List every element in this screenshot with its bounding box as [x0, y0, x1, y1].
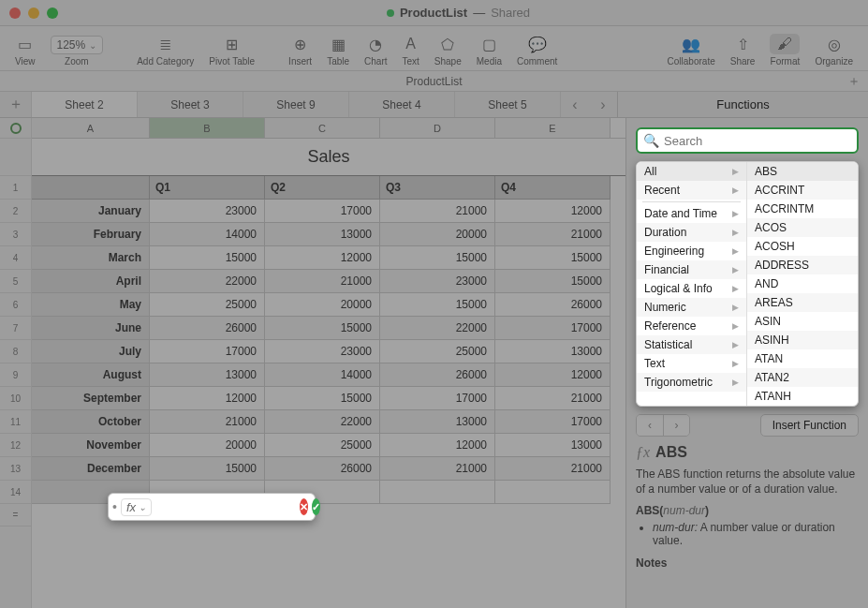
data-cell[interactable]: 17000 — [495, 410, 611, 434]
data-cell[interactable]: 21000 — [265, 270, 380, 293]
zoom-control[interactable]: 125%⌄ Zoom — [43, 36, 111, 67]
data-cell[interactable]: 26000 — [150, 317, 265, 340]
table-header-cell[interactable]: Q4 — [495, 176, 611, 200]
data-cell[interactable]: 15000 — [265, 317, 380, 340]
function-list-item[interactable]: ADDRESS — [747, 256, 858, 274]
data-cell[interactable]: 13000 — [495, 340, 611, 363]
row-label-cell[interactable]: May — [32, 293, 150, 317]
function-category-item[interactable]: Date and Time▶ — [637, 204, 746, 223]
formula-input[interactable] — [155, 497, 296, 516]
view-button[interactable]: ▭View — [7, 34, 43, 67]
table-header-cell[interactable]: Q1 — [150, 176, 265, 200]
row-header[interactable]: 10 — [0, 387, 31, 410]
select-all-handle[interactable] — [0, 118, 31, 139]
comment-button[interactable]: 💬Comment — [509, 34, 565, 67]
row-header[interactable]: 12 — [0, 434, 31, 457]
function-categories-list[interactable]: All▶Recent▶Date and Time▶Duration▶Engine… — [637, 162, 747, 406]
collaborate-button[interactable]: 👥Collaborate — [660, 34, 723, 67]
data-cell[interactable]: 12000 — [265, 246, 380, 270]
media-button[interactable]: ▢Media — [469, 34, 509, 67]
formula-accept-button[interactable]: ✓ — [312, 498, 320, 515]
text-button[interactable]: AText — [394, 34, 426, 67]
function-category-item[interactable]: Statistical▶ — [637, 335, 746, 354]
row-header[interactable]: 14 — [0, 481, 31, 504]
data-cell[interactable] — [380, 481, 495, 504]
row-header[interactable]: 3 — [0, 223, 31, 246]
row-label-cell[interactable]: September — [32, 387, 150, 410]
zoom-window-button[interactable] — [47, 7, 58, 19]
data-cell[interactable]: 22000 — [380, 317, 495, 340]
data-cell[interactable]: 15000 — [495, 246, 611, 270]
data-cell[interactable]: 21000 — [150, 410, 265, 434]
data-cell[interactable]: 12000 — [495, 363, 611, 387]
function-category-item[interactable]: All▶ — [637, 162, 746, 181]
data-cell[interactable]: 17000 — [380, 387, 495, 410]
data-cell[interactable]: 25000 — [380, 340, 495, 363]
column-header[interactable]: C — [265, 118, 380, 138]
share-button[interactable]: ⇧Share — [723, 34, 763, 67]
row-header[interactable]: 1 — [0, 176, 31, 200]
fx-menu-button[interactable]: fx⌄ — [121, 498, 152, 516]
data-cell[interactable]: 15000 — [265, 387, 380, 410]
function-back-button[interactable]: ‹ — [637, 415, 663, 436]
row-label-cell[interactable]: July — [32, 340, 150, 363]
shape-button[interactable]: ⬠Shape — [427, 34, 469, 67]
data-cell[interactable]: 26000 — [380, 363, 495, 387]
function-list-item[interactable]: ACOS — [747, 218, 858, 237]
formula-cancel-button[interactable]: ✕ — [300, 498, 308, 515]
function-list-item[interactable]: ASIN — [747, 312, 858, 331]
row-header[interactable]: 8 — [0, 340, 31, 363]
function-list-item[interactable]: ASINH — [747, 331, 858, 349]
chart-button[interactable]: ◔Chart — [357, 34, 394, 67]
data-cell[interactable]: 26000 — [495, 293, 611, 317]
row-label-cell[interactable]: December — [32, 457, 150, 481]
data-cell[interactable]: 15000 — [380, 293, 495, 317]
function-category-item[interactable]: Reference▶ — [637, 317, 746, 335]
function-list-item[interactable]: ATANH — [747, 387, 858, 406]
row-label-cell[interactable]: August — [32, 363, 150, 387]
data-cell[interactable]: 12000 — [150, 387, 265, 410]
row-header[interactable]: 4 — [0, 246, 31, 270]
function-search-input[interactable] — [636, 127, 859, 154]
close-window-button[interactable] — [9, 7, 21, 19]
function-category-item[interactable]: Trigonometric▶ — [637, 373, 746, 392]
row-header[interactable]: = — [0, 504, 31, 526]
row-header[interactable]: 11 — [0, 410, 31, 434]
function-list-item[interactable]: ATAN2 — [747, 368, 858, 387]
row-label-cell[interactable]: January — [32, 200, 150, 223]
table-button[interactable]: ▦Table — [319, 34, 357, 67]
function-list-item[interactable]: AREAS — [747, 293, 858, 312]
row-header[interactable]: 5 — [0, 270, 31, 293]
function-list-item[interactable]: ACOSH — [747, 237, 858, 256]
row-header[interactable]: 13 — [0, 457, 31, 481]
data-cell[interactable]: 22000 — [265, 410, 380, 434]
row-header[interactable]: 2 — [0, 200, 31, 223]
formula-editor[interactable]: • fx⌄ ✕ ✓ — [108, 493, 316, 521]
data-cell[interactable]: 13000 — [495, 434, 611, 457]
pivot-table-button[interactable]: ⊞Pivot Table — [201, 34, 262, 67]
row-header[interactable]: 9 — [0, 363, 31, 387]
data-cell[interactable]: 14000 — [265, 363, 380, 387]
data-cell[interactable]: 13000 — [265, 223, 380, 246]
function-category-item[interactable]: Financial▶ — [637, 260, 746, 279]
data-cell[interactable]: 20000 — [380, 223, 495, 246]
data-cell[interactable]: 20000 — [265, 293, 380, 317]
add-category-button[interactable]: ≣Add Category — [129, 34, 201, 67]
organize-button[interactable]: ◎Organize — [807, 34, 861, 67]
table-header-cell[interactable]: Q3 — [380, 176, 495, 200]
column-header[interactable]: D — [380, 118, 495, 138]
data-cell[interactable]: 25000 — [150, 293, 265, 317]
function-category-item[interactable]: Engineering▶ — [637, 242, 746, 260]
row-label-cell[interactable]: November — [32, 434, 150, 457]
row-header[interactable]: 6 — [0, 293, 31, 317]
data-cell[interactable]: 22000 — [150, 270, 265, 293]
row-header[interactable]: 7 — [0, 317, 31, 340]
function-list-item[interactable]: ACCRINTM — [747, 200, 858, 218]
function-category-item[interactable]: Recent▶ — [637, 181, 746, 200]
tabs-next-button[interactable]: › — [589, 92, 617, 117]
data-cell[interactable]: 21000 — [495, 223, 611, 246]
sheet-tab[interactable]: Sheet 5 — [455, 92, 561, 117]
data-cell[interactable]: 13000 — [150, 363, 265, 387]
function-list-item[interactable]: ACCRINT — [747, 181, 858, 200]
data-cell[interactable]: 17000 — [265, 200, 380, 223]
